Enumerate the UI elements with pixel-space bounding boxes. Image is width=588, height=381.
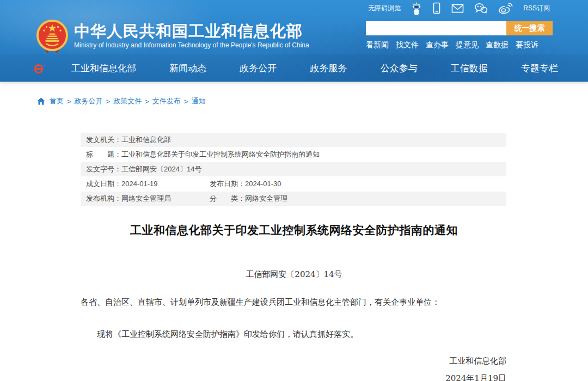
document-title: 工业和信息化部关于印发工业控制系统网络安全防护指南的通知 [0,223,588,238]
nav-item-miit[interactable]: 工业和信息化部 [71,62,136,75]
nav-item-special-topics[interactable]: 专题专栏 [521,62,558,75]
nav-item-gov-info[interactable]: 政务公开 [240,62,277,75]
header-main: 中华人民共和国工业和信息化部 Ministry of Industry and … [0,16,588,54]
site-title: 中华人民共和国工业和信息化部 [74,22,309,40]
document-body: 各省、自治区、直辖市、计划单列市及新疆生产建设兵团工业和信息化主管部门，有关企事… [81,297,511,340]
quick-link-data[interactable]: 查数据 [486,40,509,50]
main-nav: 工业和信息化部 新闻动态 政务公开 政务服务 公众参与 工信数据 专题专栏 [0,54,588,82]
brand[interactable]: 中华人民共和国工业和信息化部 Ministry of Industry and … [36,16,309,55]
meta-cell-publisher: 发布机构：网络安全管理局 [86,192,210,206]
document-meta-table: 发文机关：工业和信息化部 标 题：工业和信息化部关于印发工业控制系统网络安全防护… [81,133,506,206]
meta-label: 发文字号： [86,165,121,173]
meta-label: 发布机构： [86,194,121,202]
brand-text: 中华人民共和国工业和信息化部 Ministry of Industry and … [74,22,309,49]
meta-value: 2024-01-30 [245,180,281,188]
breadcrumb-separator: > [106,97,111,106]
meta-row-issuing-agency: 发文机关：工业和信息化部 [81,133,506,147]
meta-label: 发布日期： [210,180,245,188]
nav-items: 工业和信息化部 新闻动态 政务公开 政务服务 公众参与 工信数据 专题专栏 [71,62,558,75]
quick-link-feedback[interactable]: 提意见 [456,40,479,50]
breadcrumb-notice[interactable]: 通知 [191,96,205,106]
weibo-icon[interactable] [498,3,513,14]
breadcrumb-separator: > [67,97,71,106]
meta-value: 工业和信息化部关于印发工业控制系统网络安全防护指南的通知 [121,150,320,158]
rss-link[interactable]: RSS订阅 [523,4,550,13]
nav-item-data[interactable]: 工信数据 [451,62,488,75]
meta-value: 网络安全管理局 [121,194,171,202]
meta-value: 工信部网安〔2024〕14号 [121,165,201,173]
document-date: 2024年1月19日 [0,373,506,381]
meta-label: 分 类： [210,194,245,202]
search-area: 统一搜索 看新闻 找文件 查办事 提意见 查数据 要投诉 [366,21,553,50]
accessibility-link[interactable]: 无障碍浏览 [368,4,401,13]
site-subtitle: Ministry of Industry and Information Tec… [74,41,309,49]
meta-label: 发文机关： [86,136,121,144]
meta-value: 工业和信息化部 [121,136,171,144]
wechat-icon[interactable] [474,3,488,14]
meta-label: 标 题： [86,150,121,158]
document-number: 工信部网安〔2024〕14号 [0,269,588,280]
topbar: 无障碍浏览 [0,0,588,16]
miit-e-logo-icon[interactable] [33,62,47,74]
breadcrumb-separator: > [145,97,149,106]
nav-item-gov-services[interactable]: 政务服务 [310,62,347,75]
quick-link-services[interactable]: 查办事 [426,40,449,50]
document-signature-block: 工业和信息化部 2024年1月19日 [0,356,588,381]
mail-icon[interactable] [451,4,464,13]
nav-item-participation[interactable]: 公众参与 [381,62,418,75]
meta-row-publisher: 发布机构：网络安全管理局分 类：网络安全管理 [81,192,506,206]
nav-item-news[interactable]: 新闻动态 [169,62,206,75]
breadcrumb-policy-files[interactable]: 政策文件 [113,96,142,106]
mobile-icon[interactable] [432,2,441,14]
meta-row-doc-number: 发文字号：工信部网安〔2024〕14号 [81,162,506,176]
quick-link-files[interactable]: 找文件 [396,40,419,50]
quick-link-news[interactable]: 看新闻 [366,40,389,50]
unified-search-button[interactable]: 统一搜索 [506,21,553,35]
quick-link-complaint[interactable]: 要投诉 [516,40,538,50]
meta-value: 2024-01-19 [121,180,158,188]
document-paragraph: 各省、自治区、直辖市、计划单列市及新疆生产建设兵团工业和信息化主管部门，有关企事… [81,297,511,308]
home-icon[interactable] [37,97,45,105]
breadcrumb-separator: > [184,97,188,106]
breadcrumb-gov-info[interactable]: 政务公开 [75,96,103,106]
meta-row-title: 标 题：工业和信息化部关于印发工业控制系统网络安全防护指南的通知 [81,148,506,162]
breadcrumb-home[interactable]: 首页 [50,96,64,106]
mascot-icon[interactable] [411,2,422,15]
meta-label: 成文日期： [86,180,121,188]
meta-value: 网络安全管理 [245,194,287,202]
document-signature: 工业和信息化部 [0,356,506,366]
search-input[interactable] [366,21,506,35]
national-emblem-icon [36,19,69,55]
breadcrumb-file-release[interactable]: 文件发布 [152,96,181,106]
meta-row-dates: 成文日期：2024-01-19发布日期：2024-01-30 [81,177,506,191]
meta-cell-written-date: 成文日期：2024-01-19 [86,177,210,191]
site-header: 无障碍浏览 [0,0,588,82]
breadcrumb: 首页 > 政务公开 > 政策文件 > 文件发布 > 通知 [37,96,588,106]
document-paragraph: 现将《工业控制系统网络安全防护指南》印发给你们，请认真抓好落实。 [81,329,511,340]
content: 首页 > 政务公开 > 政策文件 > 文件发布 > 通知 发文机关：工业和信息化… [0,96,588,381]
quick-links: 看新闻 找文件 查办事 提意见 查数据 要投诉 [366,40,553,50]
